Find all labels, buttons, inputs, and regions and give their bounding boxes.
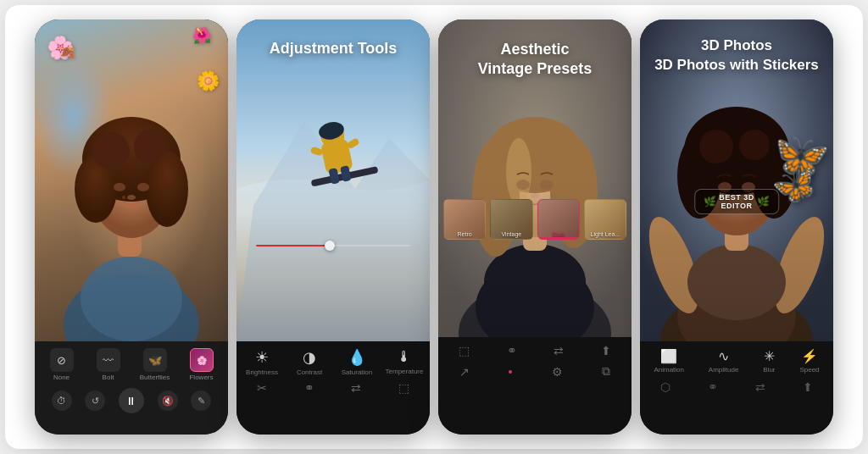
- phone4-photo: 🦋 🦋 3D Photos3D Photos with Stickers 🌿 B…: [640, 19, 833, 341]
- phone1-photo: 🌸 🍂 🌺 🌼: [35, 19, 228, 341]
- svg-point-41: [687, 244, 786, 320]
- svg-point-8: [134, 130, 164, 163]
- preset-retro[interactable]: Retro: [443, 199, 486, 240]
- timer-btn[interactable]: ⏱: [52, 390, 72, 411]
- phone1-toolbar: ⊘ None 〰 Bolt 🦋 Butterflies 🌸 Flowers: [35, 341, 228, 435]
- p3-settings-icon[interactable]: ⚙: [552, 365, 563, 379]
- p3-crop-icon[interactable]: ⬚: [459, 344, 470, 357]
- toolbar4-row: ⬜ Animation ∿ Amplitude ✳ Blur ⚡ Speed: [642, 348, 832, 374]
- saturation-tool[interactable]: 💧 Saturation: [336, 348, 378, 376]
- temperature-tool[interactable]: 🌡 Temperature: [383, 348, 426, 376]
- temperature-icon: 🌡: [397, 348, 412, 366]
- preset-dust[interactable]: Dust: [537, 199, 580, 240]
- stickers-title-line2: 3D Photos with Stickers: [654, 57, 819, 73]
- progress-bar[interactable]: [256, 245, 410, 246]
- snowboarder-svg: [236, 19, 430, 341]
- svg-point-7: [92, 132, 130, 169]
- svg-point-32: [506, 138, 531, 206]
- blur-tool[interactable]: ✳ Blur: [763, 348, 775, 374]
- svg-point-1: [81, 257, 182, 341]
- p3-export-icon[interactable]: ⬆: [601, 344, 611, 357]
- phone-1: 🌸 🍂 🌺 🌼: [35, 19, 228, 435]
- frame-icon[interactable]: ⬚: [398, 381, 409, 395]
- phone-4-screen: 🦋 🦋 3D Photos3D Photos with Stickers 🌿 B…: [640, 19, 833, 435]
- play-pause-btn[interactable]: ⏸: [119, 388, 144, 413]
- p4-adjust-icon[interactable]: ⇄: [755, 380, 765, 394]
- refresh-btn[interactable]: ↺: [85, 390, 105, 411]
- phone-2-screen: Adjustment Tools ☀ Brightness ◑: [236, 19, 430, 435]
- svg-point-10: [137, 183, 149, 191]
- toolbar-row-1: ⊘ None 〰 Bolt 🦋 Butterflies 🌸 Flowers: [38, 348, 225, 381]
- toolbar3-top: ⬚ ⚭ ⇄ ⬆: [440, 344, 630, 357]
- butterflies-label: Butterflies: [140, 374, 170, 381]
- p4-cube-icon[interactable]: ⬡: [660, 380, 670, 394]
- preset-retro-label: Retro: [444, 231, 485, 237]
- brightness-tool[interactable]: ☀ Brightness: [241, 348, 283, 376]
- toolbar4-bottom: ⬡ ⚭ ⇄ ⬆: [642, 380, 832, 394]
- phone3-photo: AestheticVintage Presets Retro Vintage D…: [438, 19, 632, 337]
- animation-icon: ⬜: [660, 348, 677, 364]
- tool-bolt[interactable]: 〰 Bolt: [90, 348, 127, 381]
- saturation-icon: 💧: [348, 348, 366, 367]
- preset-vintage-label: Vintage: [491, 231, 531, 237]
- none-label: None: [53, 374, 70, 381]
- tool-flowers[interactable]: 🌸 Flowers: [183, 348, 220, 381]
- svg-point-34: [540, 180, 554, 190]
- preset-lightleak[interactable]: Light Lea...: [584, 199, 626, 240]
- tool-butterflies[interactable]: 🦋 Butterflies: [136, 348, 174, 381]
- speed-icon: ⚡: [801, 348, 818, 364]
- temperature-label: Temperature: [386, 368, 424, 375]
- blur-label: Blur: [763, 366, 775, 374]
- swap-icon[interactable]: ⇄: [351, 381, 361, 395]
- phone1-bottom-controls: ⏱ ↺ ⏸ 🔇 ✎: [38, 386, 225, 415]
- phone-1-screen: 🌸 🍂 🌺 🌼: [35, 19, 228, 435]
- badge-line1: BEST 3D: [719, 193, 754, 202]
- animation-label: Animation: [654, 366, 684, 374]
- svg-point-9: [114, 183, 125, 191]
- svg-point-11: [122, 196, 125, 199]
- speed-tool[interactable]: ⚡ Speed: [799, 348, 819, 374]
- flowers-icon: 🌸: [190, 348, 214, 372]
- p4-filter-icon[interactable]: ⚭: [708, 380, 718, 394]
- sound-btn[interactable]: 🔇: [158, 390, 178, 411]
- contrast-tool[interactable]: ◑ Contrast: [288, 348, 331, 376]
- toolbar2-row-1: ☀ Brightness ◑ Contrast 💧 Saturation 🌡 T…: [238, 348, 428, 376]
- p3-filter-icon[interactable]: ⚭: [507, 344, 517, 357]
- preset-dust-label: Dust: [538, 231, 579, 237]
- animation-tool[interactable]: ⬜ Animation: [654, 348, 684, 374]
- bolt-label: Bolt: [103, 374, 114, 381]
- brightness-label: Brightness: [246, 368, 278, 376]
- laurel-right-icon: 🌿: [757, 196, 770, 208]
- toolbar3-bottom: ↗ ⚙ ⧉: [440, 364, 630, 379]
- tool-none[interactable]: ⊘ None: [43, 348, 81, 381]
- vintage-title: AestheticVintage Presets: [478, 40, 593, 80]
- portrait-svg: [35, 19, 228, 341]
- p3-adjust-icon[interactable]: ⇄: [554, 344, 564, 357]
- p4-share-icon[interactable]: ⬆: [803, 380, 813, 394]
- contrast-label: Contrast: [297, 368, 322, 376]
- p3-layers-icon[interactable]: ⧉: [602, 364, 610, 379]
- preset-active-indicator: [538, 237, 579, 239]
- bolt-icon: 〰: [97, 348, 120, 372]
- toolbar2-bottom: ✂ ⚭ ⇄ ⬚: [238, 381, 428, 395]
- laurel-left-icon: 🌿: [704, 196, 716, 208]
- adjustment-title: Adjustment Tools: [270, 40, 398, 58]
- presets-row: Retro Vintage Dust Light Lea...: [443, 199, 626, 240]
- flowers-label: Flowers: [189, 374, 213, 381]
- p3-share-icon[interactable]: ↗: [459, 365, 470, 379]
- blur-icon: ✳: [764, 348, 775, 364]
- phone2-photo: Adjustment Tools: [236, 19, 430, 341]
- amplitude-tool[interactable]: ∿ Amplitude: [709, 348, 739, 374]
- butterflies-icon: 🦋: [143, 348, 167, 372]
- filter-icon[interactable]: ⚭: [304, 381, 314, 395]
- svg-point-33: [516, 180, 530, 190]
- amplitude-label: Amplitude: [709, 366, 739, 374]
- edit-btn[interactable]: ✎: [191, 390, 211, 411]
- crop-icon[interactable]: ✂: [257, 381, 267, 395]
- progress-fill: [256, 245, 331, 246]
- saturation-label: Saturation: [342, 368, 372, 376]
- amplitude-icon: ∿: [718, 348, 729, 364]
- preset-vintage[interactable]: Vintage: [490, 199, 532, 240]
- brightness-icon: ☀: [255, 348, 269, 367]
- phone2-toolbar: ☀ Brightness ◑ Contrast 💧 Saturation 🌡 T…: [236, 341, 430, 435]
